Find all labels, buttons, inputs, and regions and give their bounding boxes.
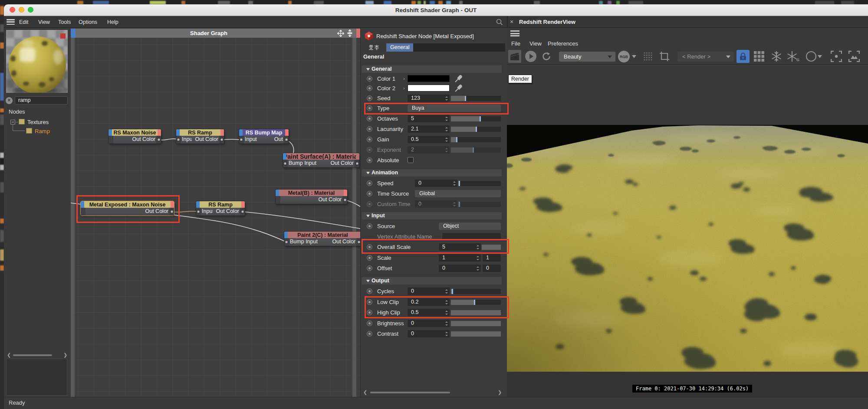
graph-node-rs-maxon-noise[interactable]: RS Maxon NoiseOut Color <box>108 129 161 144</box>
slider-handle[interactable] <box>476 127 477 132</box>
animation-dot[interactable] <box>367 288 372 294</box>
value-speed[interactable]: 0 <box>415 180 457 187</box>
render-viewport[interactable] <box>507 125 868 372</box>
menu-options[interactable]: Options <box>79 19 97 25</box>
node-header[interactable]: Paint 2(C) : Material <box>284 232 360 238</box>
graph-node-rs-ramp-bottom[interactable]: RS RampInputOut Color <box>196 201 245 216</box>
attributes-scrollbar[interactable]: ❮ ❯ <box>361 389 507 396</box>
value-contrast[interactable]: 0 <box>408 330 450 337</box>
slider-contrast[interactable] <box>451 331 501 337</box>
stepper-icon[interactable] <box>444 147 448 153</box>
value-brightness[interactable]: 0 <box>408 320 450 327</box>
node-header[interactable]: RS Maxon Noise <box>108 129 161 136</box>
node-header[interactable]: RS Ramp <box>196 201 245 208</box>
hamburger-icon[interactable] <box>7 19 15 25</box>
animation-dot[interactable] <box>367 265 372 271</box>
value-cycles[interactable]: 0 <box>408 288 450 295</box>
renderview-tab-title[interactable]: Redshift RenderView <box>519 19 575 25</box>
slider-gain[interactable] <box>451 137 501 142</box>
stepper-icon[interactable] <box>444 116 448 122</box>
graph-vscrollbar-left[interactable] <box>71 38 75 397</box>
slider-lacunarity[interactable] <box>451 127 501 132</box>
stepper-icon[interactable] <box>444 331 448 337</box>
slider-handle[interactable] <box>459 202 460 207</box>
animation-dot[interactable] <box>367 147 372 153</box>
sidebar-search-input[interactable]: ramp <box>15 96 68 105</box>
value-custom-time[interactable]: 0 <box>415 200 457 208</box>
tab-kihon[interactable]: 基本 <box>362 43 386 52</box>
ramp-node-icon[interactable] <box>26 128 32 134</box>
graph-node-paint-surface-a[interactable]: Paint Surface(A) : MaterialBump InputOut… <box>283 153 359 167</box>
node-output-port[interactable] <box>241 210 244 213</box>
scroll-thumb[interactable] <box>13 354 52 356</box>
region-circle-icon[interactable] <box>805 50 818 63</box>
slider-speed[interactable] <box>458 181 501 186</box>
graph-node-rs-ramp-top[interactable]: RS RampInputOut Color <box>176 129 224 144</box>
animation-dot[interactable] <box>367 331 372 337</box>
graph-node-rs-bump-map[interactable]: RS Bump MapInputOut <box>239 129 289 144</box>
graph-node-paint-2-c[interactable]: Paint 2(C) : MaterialBump InputOut Color <box>284 232 360 246</box>
play-icon[interactable] <box>524 50 537 63</box>
search-icon[interactable] <box>496 18 503 28</box>
sidebar-scrollbar[interactable]: ❮ ❯ <box>4 352 71 358</box>
renderview-hamburger-icon[interactable] <box>510 30 519 36</box>
section-output[interactable]: Output <box>362 277 502 285</box>
slider-custom-time[interactable] <box>458 202 501 207</box>
node-output-port[interactable] <box>285 138 288 141</box>
value-exponent[interactable]: 2 <box>408 146 450 154</box>
dotted-grid-icon[interactable] <box>641 50 654 63</box>
slider-brightness[interactable] <box>451 321 501 326</box>
node-input-port[interactable] <box>283 162 287 165</box>
shader-graph-header[interactable]: Shader Graph <box>71 29 360 38</box>
expand-chevron-icon[interactable]: › <box>403 85 405 91</box>
tab-general[interactable]: General <box>386 43 413 52</box>
snowflake-icon[interactable] <box>770 50 783 63</box>
animation-dot[interactable] <box>367 201 372 207</box>
value-seed[interactable]: 123 <box>408 95 450 102</box>
value2-offset[interactable]: 0 <box>483 265 501 272</box>
rv-menu-preferences[interactable]: Preferences <box>548 40 578 47</box>
refresh-icon[interactable] <box>540 50 553 63</box>
rgb-icon[interactable]: RGB <box>618 51 630 62</box>
value-offset[interactable]: 0 <box>439 265 481 272</box>
node-input-port[interactable] <box>285 240 288 244</box>
slider-handle[interactable] <box>480 116 481 121</box>
textures-folder-icon[interactable] <box>19 119 25 124</box>
stepper-icon[interactable] <box>444 288 448 294</box>
node-output-port[interactable] <box>357 240 360 244</box>
dropdown-source[interactable]: Object <box>439 222 501 230</box>
snapshot-icon[interactable] <box>508 50 521 63</box>
node-header[interactable]: Paint Surface(A) : Material <box>283 153 359 160</box>
stepper-icon[interactable] <box>444 321 448 327</box>
slider-handle[interactable] <box>452 289 453 294</box>
grid-icon[interactable] <box>753 50 766 63</box>
node-output-port[interactable] <box>157 138 161 141</box>
search-clear-icon[interactable]: × <box>6 97 13 104</box>
tree-item-ramp[interactable]: Ramp <box>35 128 50 134</box>
snowflake-g-icon[interactable]: G <box>787 50 800 63</box>
stepper-icon[interactable] <box>444 95 448 101</box>
stepper-icon[interactable] <box>476 255 480 261</box>
renderview-tab-close-icon[interactable]: × <box>510 18 513 25</box>
animation-dot[interactable] <box>367 126 372 132</box>
animation-dot[interactable] <box>367 95 372 101</box>
render-select-dropdown[interactable]: < Render > <box>677 52 734 62</box>
dropdown-time-source[interactable]: Global <box>415 190 501 197</box>
slider-handle[interactable] <box>459 181 460 186</box>
scroll-right-arrow[interactable]: ❯ <box>498 389 502 395</box>
stepper-icon[interactable] <box>476 265 480 272</box>
slider-handle[interactable] <box>465 96 466 101</box>
scroll-left-arrow[interactable]: ❮ <box>7 352 11 358</box>
lock-icon[interactable] <box>736 50 750 63</box>
animation-dot[interactable] <box>367 180 372 186</box>
value-lacunarity[interactable]: 2.1 <box>408 125 450 133</box>
eyedropper-icon[interactable] <box>454 84 463 93</box>
scroll-left-arrow[interactable]: ❮ <box>363 389 367 395</box>
stepper-icon[interactable] <box>452 180 456 187</box>
checkbox-absolute[interactable] <box>408 157 414 163</box>
node-header[interactable]: RS Bump Map <box>239 129 289 136</box>
animation-dot[interactable] <box>367 116 372 121</box>
stepper-icon[interactable] <box>444 137 448 143</box>
value-octaves[interactable]: 5 <box>408 115 450 122</box>
node-input-port[interactable] <box>197 210 200 213</box>
